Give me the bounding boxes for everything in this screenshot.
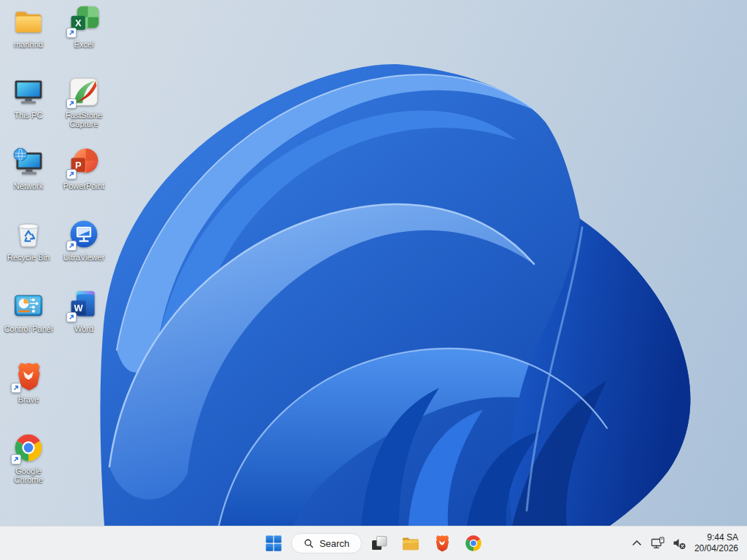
task-view-button[interactable] <box>365 529 393 557</box>
desktop-icon-network[interactable]: Network <box>1 147 55 190</box>
desktop-icon-label: Network <box>2 182 55 190</box>
desktop-icon-label: PowerPoint <box>58 182 110 190</box>
desktop-icon-manhnd[interactable]: manhnd <box>1 5 55 49</box>
taskbar-search[interactable]: Search <box>291 533 362 553</box>
folder-icon <box>12 5 44 37</box>
taskbar-center-group: Search <box>260 526 487 560</box>
ultraviewer-icon <box>68 218 100 250</box>
shortcut-arrow-icon <box>66 241 77 251</box>
task-view-icon <box>370 534 389 553</box>
desktop-icon-label: Control Panel <box>2 324 55 333</box>
recycle-bin-icon <box>12 218 44 250</box>
file-explorer-icon <box>401 534 420 553</box>
desktop-icon-label: This PC <box>2 111 55 120</box>
shortcut-arrow-icon <box>11 454 21 464</box>
excel-icon: X <box>68 5 100 37</box>
desktop-icon-word[interactable]: W Word <box>57 289 111 333</box>
search-label: Search <box>320 538 349 549</box>
desktop-icon-faststone[interactable]: FastStone Capture <box>57 76 111 128</box>
chevron-up-icon <box>629 535 645 551</box>
start-button[interactable] <box>260 529 287 557</box>
brave-icon <box>433 534 452 553</box>
desktop-icon-ultraviewer[interactable]: UltraViewer <box>57 218 111 262</box>
word-icon: W <box>68 289 100 322</box>
this-pc-icon <box>12 76 44 108</box>
shortcut-arrow-icon <box>66 312 77 322</box>
taskbar-tray: 9:44 SA 20/04/2026 <box>627 526 744 560</box>
desktop-icon-label: FastStone Capture <box>58 111 110 128</box>
chrome-button[interactable] <box>460 529 487 557</box>
desktop[interactable]: manhnd X Excel This PC <box>0 0 747 560</box>
shortcut-arrow-icon <box>66 98 77 109</box>
network-icon <box>650 535 666 551</box>
volume-tray-button[interactable] <box>669 531 689 556</box>
windows-logo-icon <box>264 534 283 553</box>
tray-chevron-button[interactable] <box>627 531 647 556</box>
search-icon <box>303 538 314 549</box>
faststone-capture-icon <box>68 76 100 108</box>
shortcut-arrow-icon <box>11 383 21 393</box>
clock-time: 9:44 SA <box>694 532 738 543</box>
desktop-icon-powerpoint[interactable]: P PowerPoint <box>57 147 111 190</box>
taskbar-clock[interactable]: 9:44 SA 20/04/2026 <box>694 532 738 554</box>
network-tray-button[interactable] <box>648 531 668 556</box>
chrome-icon <box>12 432 44 464</box>
brave-icon <box>12 360 44 392</box>
shortcut-arrow-icon <box>66 169 77 179</box>
chrome-icon <box>464 534 483 553</box>
wallpaper-bloom <box>0 0 747 526</box>
control-panel-icon <box>12 289 44 322</box>
shortcut-arrow-icon <box>66 28 77 38</box>
svg-text:P: P <box>75 160 82 171</box>
desktop-icon-this-pc[interactable]: This PC <box>1 76 55 120</box>
network-icon <box>12 147 44 179</box>
desktop-icon-control-panel[interactable]: Control Panel <box>1 289 55 333</box>
desktop-icon-brave[interactable]: Brave <box>1 360 55 404</box>
file-explorer-button[interactable] <box>397 529 425 557</box>
desktop-icon-label: UltraViewer <box>58 253 110 262</box>
desktop-icon-label: manhnd <box>2 40 55 49</box>
desktop-icon-label: Word <box>58 324 110 333</box>
desktop-icon-label: Excel <box>58 40 110 49</box>
svg-text:X: X <box>75 18 82 28</box>
clock-date: 20/04/2026 <box>694 543 738 554</box>
desktop-icon-label: Brave <box>2 395 55 404</box>
desktop-icon-google-chrome[interactable]: Google Chrome <box>1 432 55 484</box>
powerpoint-icon: P <box>68 147 100 179</box>
desktop-icon-label: Recycle Bin <box>2 253 55 262</box>
taskbar: Search <box>0 526 747 560</box>
brave-button[interactable] <box>428 529 456 557</box>
desktop-icon-recycle-bin[interactable]: Recycle Bin <box>1 218 55 262</box>
volume-muted-icon <box>671 535 687 551</box>
desktop-icon-label: Google Chrome <box>2 467 55 484</box>
desktop-icon-excel[interactable]: X Excel <box>57 5 111 49</box>
